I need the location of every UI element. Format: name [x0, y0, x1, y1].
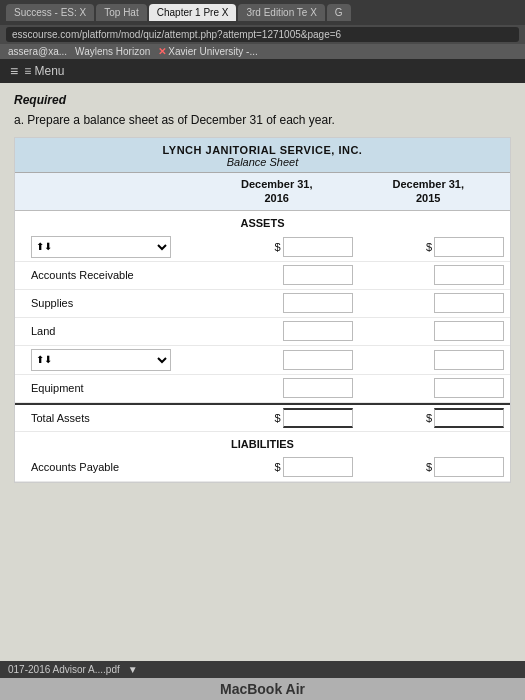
tab-google[interactable]: G: [327, 4, 351, 21]
bs-row-4-col1: [201, 350, 353, 370]
total-dollar-sign-1: $: [274, 412, 280, 424]
dollar-sign-0-2: $: [426, 241, 432, 253]
bs-row-4-label: ⬆⬇: [21, 349, 201, 371]
bs-row-0: ⬆⬇ $ $: [15, 233, 510, 262]
bs-input-2-1[interactable]: [283, 293, 353, 313]
bs-input-5-2[interactable]: [434, 378, 504, 398]
bs-input-4-1[interactable]: [283, 350, 353, 370]
bs-total-assets-col2: $: [353, 408, 505, 428]
bs-input-total-2[interactable]: [434, 408, 504, 428]
bs-total-assets-label: Total Assets: [21, 412, 201, 424]
bs-row-5-col2: [353, 378, 505, 398]
instruction-text: a. Prepare a balance sheet as of Decembe…: [14, 113, 511, 127]
bs-acct-payable-label: Accounts Payable: [21, 461, 201, 473]
tab-label: Success - ES: X: [14, 7, 86, 18]
bs-row-2-label: Supplies: [21, 297, 201, 309]
tab-chapter[interactable]: Chapter 1 Pre X: [149, 4, 237, 21]
bs-input-1-2[interactable]: [434, 265, 504, 285]
bottom-bar: 017-2016 Advisor A....pdf ▼: [0, 661, 525, 678]
bs-company-name: LYNCH JANITORIAL SERVICE, INC.: [19, 144, 506, 156]
bs-input-ap-1[interactable]: [283, 457, 353, 477]
tab-label: Top Hat: [104, 7, 138, 18]
macbook-label: MacBook Air: [220, 681, 305, 697]
bs-liabilities-label: LIABILITIES: [15, 432, 510, 454]
bs-row-4-col2: [353, 350, 505, 370]
bookmark-waylens[interactable]: Waylens Horizon: [75, 46, 150, 57]
tab-3rdedition[interactable]: 3rd Edition Te X: [238, 4, 324, 21]
bs-row-3-col2: [353, 321, 505, 341]
bs-input-1-1[interactable]: [283, 265, 353, 285]
menu-icon: ≡: [10, 63, 18, 79]
bs-input-0-2[interactable]: [434, 237, 504, 257]
menu-label[interactable]: ≡ Menu: [24, 64, 64, 78]
bs-row-5: Equipment: [15, 375, 510, 403]
bs-total-assets-col1: $: [201, 408, 353, 428]
tab-success[interactable]: Success - ES: X: [6, 4, 94, 21]
required-label: Required: [14, 93, 511, 107]
dollar-sign-0-1: $: [274, 241, 280, 253]
bs-row-1: Accounts Receivable: [15, 262, 510, 290]
bookmark-xavier[interactable]: ✕Xavier University -...: [158, 46, 257, 57]
file-label: 017-2016 Advisor A....pdf: [8, 664, 120, 675]
bs-row-5-label: Equipment: [21, 382, 201, 394]
bs-row-0-label: ⬆⬇: [21, 236, 201, 258]
bs-row-3: Land: [15, 318, 510, 346]
bs-input-4-2[interactable]: [434, 350, 504, 370]
bs-row-acct-payable: Accounts Payable $ $: [15, 454, 510, 482]
acct-payable-dollar-1: $: [274, 461, 280, 473]
bs-acct-payable-col1: $: [201, 457, 353, 477]
bs-col-dec2015: December 31,2015: [353, 177, 505, 206]
main-content: Required a. Prepare a balance sheet as o…: [0, 83, 525, 661]
bs-input-ap-2[interactable]: [434, 457, 504, 477]
tab-label: G: [335, 7, 343, 18]
bs-input-3-1[interactable]: [283, 321, 353, 341]
bs-input-5-1[interactable]: [283, 378, 353, 398]
bs-input-2-2[interactable]: [434, 293, 504, 313]
total-dollar-sign-2: $: [426, 412, 432, 424]
bs-row-0-select[interactable]: ⬆⬇: [31, 236, 171, 258]
bs-row-2-col1: [201, 293, 353, 313]
bs-assets-label: ASSETS: [15, 211, 510, 233]
balance-sheet: LYNCH JANITORIAL SERVICE, INC. Balance S…: [14, 137, 511, 483]
bookmarks-bar: assera@xa... Waylens Horizon ✕Xavier Uni…: [0, 44, 525, 59]
bs-row-3-col1: [201, 321, 353, 341]
tab-tophat[interactable]: Top Hat: [96, 4, 146, 21]
bs-header: LYNCH JANITORIAL SERVICE, INC. Balance S…: [15, 138, 510, 173]
app-header: ≡ ≡ Menu: [0, 59, 525, 83]
bs-row-5-col1: [201, 378, 353, 398]
bs-row-1-col2: [353, 265, 505, 285]
bs-row-1-label: Accounts Receivable: [21, 269, 201, 281]
bs-acct-payable-col2: $: [353, 457, 505, 477]
bs-input-total-1[interactable]: [283, 408, 353, 428]
browser-tab-bar: Success - ES: X Top Hat Chapter 1 Pre X …: [0, 0, 525, 25]
bs-row-0-col1: $: [201, 237, 353, 257]
bs-row-2-col2: [353, 293, 505, 313]
bs-row-3-label: Land: [21, 325, 201, 337]
address-bar-row: [0, 25, 525, 44]
bs-input-0-1[interactable]: [283, 237, 353, 257]
bs-row-4-select[interactable]: ⬆⬇: [31, 349, 171, 371]
bs-col-empty: [21, 177, 201, 206]
bs-row-0-col2: $: [353, 237, 505, 257]
tabs-container: Success - ES: X Top Hat Chapter 1 Pre X …: [6, 4, 351, 21]
bookmark-assera[interactable]: assera@xa...: [8, 46, 67, 57]
bs-title: Balance Sheet: [19, 156, 506, 168]
bs-row-4: ⬆⬇: [15, 346, 510, 375]
acct-payable-dollar-2: $: [426, 461, 432, 473]
bs-row-2: Supplies: [15, 290, 510, 318]
bs-input-3-2[interactable]: [434, 321, 504, 341]
address-bar[interactable]: [6, 27, 519, 42]
bs-total-assets-row: Total Assets $ $: [15, 403, 510, 432]
tab-label: 3rd Edition Te X: [246, 7, 316, 18]
tab-label: Chapter 1 Pre X: [157, 7, 229, 18]
bs-col-dec2016: December 31,2016: [201, 177, 353, 206]
bs-row-1-col1: [201, 265, 353, 285]
macbook-bar: MacBook Air: [0, 678, 525, 700]
file-indicator: ▼: [128, 664, 138, 675]
bs-col-headers: December 31,2016 December 31,2015: [15, 173, 510, 211]
